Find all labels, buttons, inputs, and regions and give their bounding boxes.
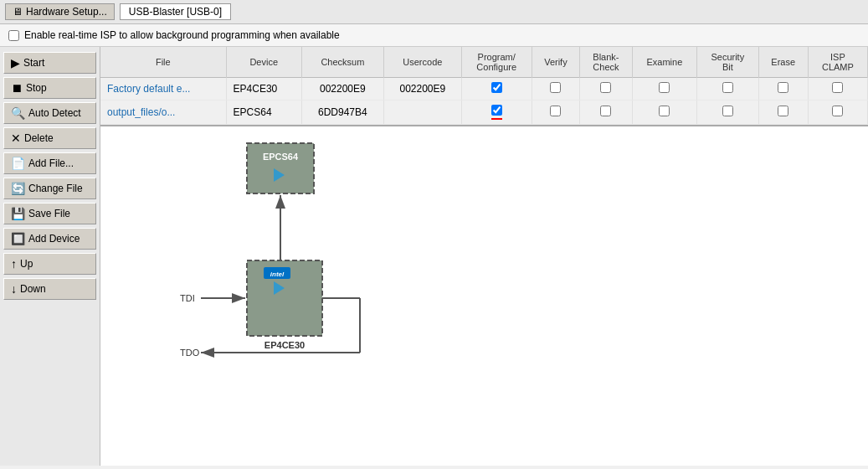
- row2-checksum: 6DD947B4: [301, 100, 383, 125]
- row1-checksum: 002200E9: [301, 78, 383, 100]
- row2-blank-check[interactable]: [580, 100, 632, 125]
- add-device-button[interactable]: 🔲 Add Device: [3, 228, 96, 250]
- col-checksum: Checksum: [301, 47, 383, 78]
- up-icon: ↑: [11, 257, 17, 271]
- col-verify: Verify: [532, 47, 580, 78]
- row2-program[interactable]: [461, 100, 532, 125]
- delete-button[interactable]: ✕ Delete: [3, 127, 96, 149]
- svg-text:TDI: TDI: [180, 293, 195, 303]
- table-section: File Device Checksum Usercode Program/Co…: [100, 47, 868, 126]
- add-device-icon: 🔲: [11, 232, 25, 245]
- top-bar: 🖥 Hardware Setup... USB-Blaster [USB-0]: [0, 0, 868, 24]
- sidebar: ▶ Start ⏹ Stop 🔍 Auto Detect ✕ Delete 📄 …: [0, 47, 100, 466]
- col-erase: Erase: [758, 47, 808, 78]
- hardware-setup-label: Hardware Setup...: [26, 6, 107, 18]
- row2-erase[interactable]: [758, 100, 808, 125]
- row2-examine[interactable]: [632, 100, 696, 125]
- col-examine: Examine: [632, 47, 696, 78]
- row1-usercode: 002200E9: [383, 78, 461, 100]
- svg-text:TDO: TDO: [180, 348, 200, 358]
- auto-detect-label: Auto Detect: [28, 107, 81, 119]
- stop-button[interactable]: ⏹ Stop: [3, 77, 96, 99]
- add-file-icon: 📄: [11, 157, 25, 170]
- enable-isp-checkbox[interactable]: [8, 30, 19, 41]
- start-icon: ▶: [11, 56, 20, 70]
- svg-text:intel: intel: [270, 271, 285, 278]
- col-device: Device: [226, 47, 301, 78]
- diagram-section: EPCS64 intel EP4CE30: [100, 126, 868, 466]
- main-layout: ▶ Start ⏹ Stop 🔍 Auto Detect ✕ Delete 📄 …: [0, 47, 868, 466]
- down-label: Down: [20, 283, 46, 295]
- add-file-label: Add File...: [28, 157, 74, 169]
- down-icon: ↓: [11, 282, 17, 296]
- svg-text:EPCS64: EPCS64: [263, 152, 299, 162]
- start-label: Start: [23, 57, 44, 69]
- svg-rect-6: [247, 260, 322, 336]
- content-area: File Device Checksum Usercode Program/Co…: [100, 47, 868, 466]
- up-label: Up: [20, 258, 33, 270]
- up-button[interactable]: ↑ Up: [3, 253, 96, 275]
- change-file-button[interactable]: 🔄 Change File: [3, 178, 96, 199]
- row2-security-bit[interactable]: [697, 100, 758, 125]
- down-button[interactable]: ↓ Down: [3, 278, 96, 300]
- enable-isp-label: Enable real-time ISP to allow background…: [24, 29, 340, 41]
- device-table: File Device Checksum Usercode Program/Co…: [100, 47, 868, 125]
- add-file-button[interactable]: 📄 Add File...: [3, 152, 96, 174]
- row1-program[interactable]: [461, 78, 532, 100]
- save-file-label: Save File: [28, 208, 70, 219]
- svg-marker-9: [274, 281, 285, 295]
- row2-device: EPCS64: [226, 100, 301, 125]
- row1-blank-check[interactable]: [580, 78, 632, 100]
- auto-detect-icon: 🔍: [11, 106, 25, 120]
- delete-icon: ✕: [11, 131, 21, 145]
- row1-security-bit[interactable]: [697, 78, 758, 100]
- save-file-button[interactable]: 💾 Save File: [3, 203, 96, 224]
- row2-verify[interactable]: [532, 100, 580, 125]
- table-row: Factory default e... EP4CE30 002200E9 00…: [100, 78, 868, 100]
- start-button[interactable]: ▶ Start: [3, 52, 96, 74]
- svg-rect-7: [264, 267, 290, 279]
- col-file: File: [100, 47, 226, 78]
- row2-isp-clamp[interactable]: [808, 100, 867, 125]
- svg-rect-0: [247, 143, 314, 193]
- hardware-setup-button[interactable]: 🖥 Hardware Setup...: [5, 3, 115, 20]
- row2-usercode: [383, 100, 461, 125]
- table-row: output_files/o... EPCS64 6DD947B4: [100, 100, 868, 125]
- device-label: USB-Blaster [USB-0]: [120, 3, 231, 20]
- row1-verify[interactable]: [532, 78, 580, 100]
- add-device-label: Add Device: [28, 233, 80, 245]
- col-security-bit: SecurityBit: [697, 47, 758, 78]
- col-usercode: Usercode: [383, 47, 461, 78]
- enable-bar: Enable real-time ISP to allow background…: [0, 24, 868, 47]
- svg-text:EP4CE30: EP4CE30: [265, 340, 305, 350]
- save-file-icon: 💾: [11, 207, 25, 220]
- diagram-svg: EPCS64 intel EP4CE30: [100, 126, 868, 466]
- change-file-icon: 🔄: [11, 182, 25, 195]
- delete-label: Delete: [24, 132, 54, 144]
- row2-file: output_files/o...: [100, 100, 226, 125]
- svg-marker-2: [274, 168, 285, 182]
- row1-isp-clamp[interactable]: [808, 78, 867, 100]
- col-isp-clamp: ISPCLAMP: [808, 47, 867, 78]
- row1-device: EP4CE30: [226, 78, 301, 100]
- program-underline: [491, 105, 502, 120]
- auto-detect-button[interactable]: 🔍 Auto Detect: [3, 102, 96, 124]
- row1-erase[interactable]: [758, 78, 808, 100]
- stop-icon: ⏹: [11, 81, 23, 95]
- hardware-icon: 🖥: [13, 6, 23, 18]
- col-blank-check: Blank-Check: [580, 47, 632, 78]
- stop-label: Stop: [26, 82, 47, 94]
- change-file-label: Change File: [28, 183, 83, 194]
- col-program: Program/Configure: [461, 47, 532, 78]
- row1-examine[interactable]: [632, 78, 696, 100]
- row1-file: Factory default e...: [100, 78, 226, 100]
